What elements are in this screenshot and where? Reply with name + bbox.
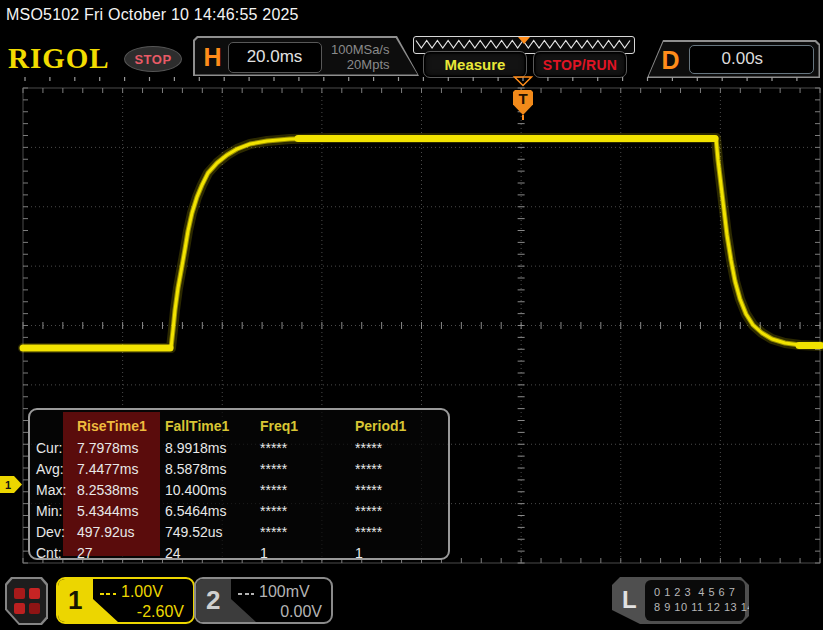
measurement-value: ***** bbox=[260, 482, 355, 498]
measurement-row: Min:5.4344ms6.5464ms********** bbox=[36, 500, 448, 521]
channel2-offset: 0.00V bbox=[238, 602, 322, 622]
measurement-value: ***** bbox=[355, 524, 448, 540]
logic-label: L bbox=[622, 586, 637, 614]
measurement-row-label: Dev: bbox=[36, 524, 77, 540]
measurement-value: 7.4477ms bbox=[77, 461, 165, 477]
measurement-value: 6.5464ms bbox=[165, 503, 260, 519]
measurement-row: Cnt:272411 bbox=[36, 542, 448, 560]
measurement-value: ***** bbox=[260, 440, 355, 456]
measurement-value: 8.5878ms bbox=[165, 461, 260, 477]
digital-channels-widget[interactable]: L 0 1 2 3 4 5 6 7 8 9 10 11 12 13 14 15 bbox=[612, 577, 749, 624]
measurement-table[interactable]: RiseTime1FallTime1Freq1Period1Cur:7.7978… bbox=[28, 408, 450, 560]
measurement-value: 8.2538ms bbox=[77, 482, 165, 498]
measurement-row: Cur:7.7978ms8.9918ms********** bbox=[36, 437, 448, 458]
measurement-value: 24 bbox=[165, 545, 260, 561]
measurement-column-header: Freq1 bbox=[260, 418, 355, 434]
measurement-value: 10.400ms bbox=[165, 482, 260, 498]
measurement-value: 1 bbox=[355, 545, 448, 561]
channel2-number: 2 bbox=[206, 585, 220, 616]
measurement-row-label: Cnt: bbox=[36, 545, 77, 561]
measurement-value: ***** bbox=[260, 524, 355, 540]
measurement-column-header: FallTime1 bbox=[165, 418, 260, 434]
quick-menu-icon bbox=[7, 579, 46, 623]
dc-coupling-icon bbox=[100, 590, 116, 595]
measurement-value: 1 bbox=[260, 545, 355, 561]
measurement-row-label: Max: bbox=[36, 482, 77, 498]
measurement-grid: RiseTime1FallTime1Freq1Period1Cur:7.7978… bbox=[30, 410, 448, 560]
channel1-marker-number: 1 bbox=[5, 479, 11, 491]
menu-square-icon bbox=[29, 603, 40, 614]
measurement-value: ***** bbox=[260, 461, 355, 477]
measurement-value: ***** bbox=[260, 503, 355, 519]
menu-square-icon bbox=[14, 588, 25, 599]
channel1-scale: 1.00V bbox=[121, 583, 163, 601]
menu-square-icon bbox=[29, 588, 40, 599]
measurement-row-label: Avg: bbox=[36, 461, 77, 477]
measurement-value: ***** bbox=[355, 440, 448, 456]
measurement-row: Avg:7.4477ms8.5878ms********** bbox=[36, 458, 448, 479]
measurement-row: Max:8.2538ms10.400ms********** bbox=[36, 479, 448, 500]
measurement-value: 5.4344ms bbox=[77, 503, 165, 519]
channel2-widget[interactable]: 2 100mV 0.00V bbox=[194, 577, 333, 624]
digital-channel-numbers-row1: 0 1 2 3 4 5 6 7 bbox=[654, 585, 745, 600]
digital-channels-panel: 0 1 2 3 4 5 6 7 8 9 10 11 12 13 14 15 bbox=[645, 580, 745, 621]
measurement-value: 497.92us bbox=[77, 524, 165, 540]
measurement-value: ***** bbox=[355, 482, 448, 498]
measurement-value: 8.9918ms bbox=[165, 440, 260, 456]
measurement-value: 749.52us bbox=[165, 524, 260, 540]
channel1-widget[interactable]: 1 1.00V -2.60V bbox=[56, 577, 195, 624]
measurement-column-header: RiseTime1 bbox=[77, 418, 165, 434]
measurement-value: 7.7978ms bbox=[77, 440, 165, 456]
measurement-row-label: Cur: bbox=[36, 440, 77, 456]
measurement-value: ***** bbox=[355, 461, 448, 477]
oscilloscope-screen: MSO5102 Fri October 10 14:46:55 2025 RIG… bbox=[0, 0, 823, 630]
channel1-number: 1 bbox=[68, 585, 82, 616]
measurement-row-label: Min: bbox=[36, 503, 77, 519]
menu-square-icon bbox=[14, 603, 25, 614]
measurement-value: 27 bbox=[77, 545, 165, 561]
trigger-letter: T bbox=[518, 90, 527, 115]
measurement-value: ***** bbox=[355, 503, 448, 519]
measurement-row: Dev:497.92us749.52us********** bbox=[36, 521, 448, 542]
channel2-scale: 100mV bbox=[259, 583, 310, 601]
measurement-column-header: Period1 bbox=[355, 418, 448, 434]
digital-channel-numbers-row2: 8 9 10 11 12 13 14 15 bbox=[654, 600, 745, 615]
dc-coupling-icon bbox=[238, 590, 254, 595]
channel1-offset: -2.60V bbox=[100, 602, 184, 622]
